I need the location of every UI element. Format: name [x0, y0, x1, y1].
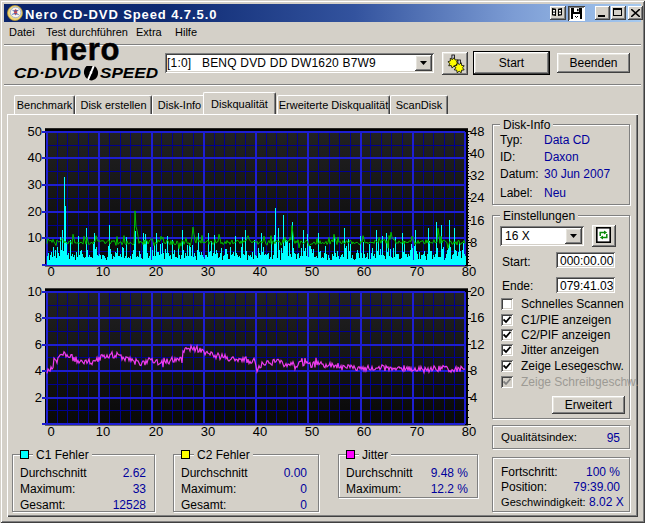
svg-text:30: 30: [201, 264, 215, 279]
svg-text:16: 16: [470, 213, 484, 228]
svg-text:50: 50: [305, 424, 319, 439]
svg-text:10: 10: [96, 264, 110, 279]
svg-text:0: 0: [47, 424, 54, 439]
svg-text:30: 30: [201, 424, 215, 439]
svg-text:40: 40: [28, 150, 42, 165]
svg-text:30: 30: [28, 177, 42, 192]
svg-text:32: 32: [470, 168, 484, 183]
svg-text:50: 50: [28, 124, 42, 139]
svg-text:0: 0: [47, 264, 54, 279]
svg-text:80: 80: [462, 424, 476, 439]
svg-text:2: 2: [35, 390, 42, 405]
svg-text:4: 4: [470, 390, 477, 405]
svg-text:10: 10: [96, 424, 110, 439]
svg-text:8: 8: [35, 310, 42, 325]
svg-text:70: 70: [410, 264, 424, 279]
svg-text:80: 80: [462, 264, 476, 279]
svg-text:20: 20: [470, 284, 484, 299]
svg-text:4: 4: [35, 363, 42, 378]
svg-text:40: 40: [470, 146, 484, 161]
svg-text:24: 24: [470, 190, 484, 205]
svg-text:40: 40: [253, 264, 267, 279]
svg-text:20: 20: [28, 204, 42, 219]
svg-text:50: 50: [305, 264, 319, 279]
svg-text:40: 40: [253, 424, 267, 439]
svg-text:12: 12: [470, 337, 484, 352]
svg-text:16: 16: [470, 310, 484, 325]
svg-text:8: 8: [470, 235, 477, 250]
svg-text:70: 70: [410, 424, 424, 439]
svg-text:10: 10: [28, 284, 42, 299]
svg-text:8: 8: [470, 363, 477, 378]
svg-text:20: 20: [149, 424, 163, 439]
svg-text:60: 60: [357, 424, 371, 439]
svg-text:20: 20: [149, 264, 163, 279]
svg-text:48: 48: [470, 124, 484, 139]
svg-text:60: 60: [357, 264, 371, 279]
svg-text:6: 6: [35, 337, 42, 352]
svg-text:10: 10: [28, 230, 42, 245]
